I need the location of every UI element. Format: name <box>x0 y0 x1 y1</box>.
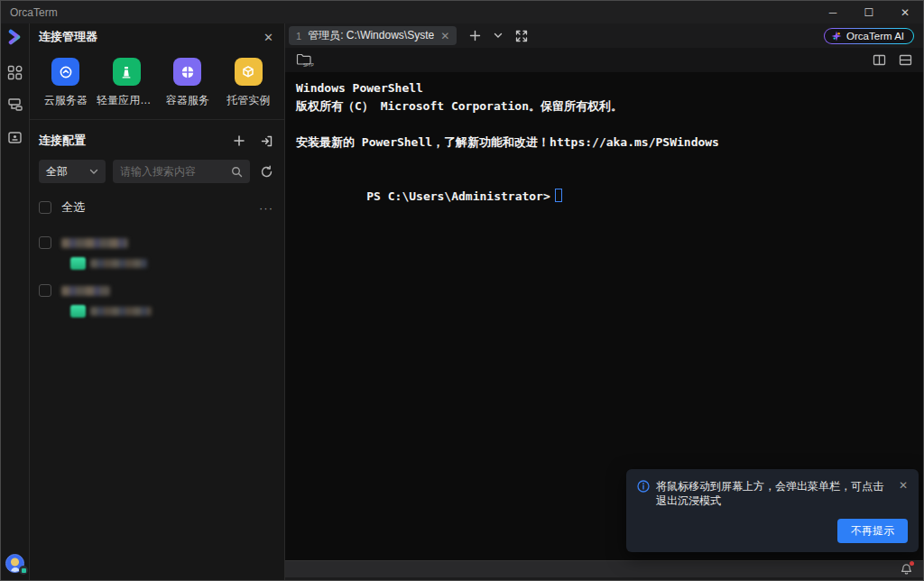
tab-index: 1 <box>296 31 301 42</box>
chevron-down-icon <box>89 169 98 175</box>
search-icon <box>231 166 243 178</box>
search-box <box>113 160 250 183</box>
dont-remind-button[interactable]: 不再提示 <box>837 519 908 543</box>
connection-address-redacted <box>90 307 152 316</box>
service-label: 云服务器 <box>44 93 88 108</box>
terminal-prompt: PS C:\Users\Administrator> <box>366 189 550 203</box>
ai-sparkle-icon <box>831 31 842 42</box>
service-label: 轻量应用服... <box>97 93 156 108</box>
terminal-toolbar: SFTP <box>285 48 923 72</box>
connection-item[interactable] <box>30 230 284 278</box>
container-service-icon <box>173 58 201 86</box>
panel-title: 连接管理器 <box>39 29 263 45</box>
import-icon[interactable] <box>260 134 273 148</box>
tab-title: 管理员: C:\Windows\System32\... <box>308 28 434 43</box>
connection-checkbox[interactable] <box>39 284 51 297</box>
toast-close-icon[interactable]: ✕ <box>899 479 908 492</box>
sftp-folder-icon[interactable]: SFTP <box>296 52 314 68</box>
left-rail <box>1 23 30 580</box>
device-icon[interactable] <box>6 128 24 146</box>
terminal-line <box>296 115 912 134</box>
info-icon <box>637 480 650 493</box>
ai-button-label: OrcaTerm AI <box>846 31 904 42</box>
service-container[interactable]: 容器服务 <box>157 58 218 108</box>
add-connection-icon[interactable] <box>233 134 245 147</box>
terminal-line: 安装最新的 PowerShell，了解新功能和改进！https://aka.ms… <box>296 134 912 152</box>
terminal-prompt-line: PS C:\Users\Administrator> <box>296 170 912 224</box>
service-cloud-server[interactable]: 云服务器 <box>35 58 97 108</box>
sessions-icon[interactable] <box>6 96 24 114</box>
new-tab-icon[interactable] <box>469 30 481 42</box>
dropdown-value: 全部 <box>46 164 89 180</box>
fullscreen-icon[interactable] <box>515 30 528 42</box>
avatar-badge-icon <box>19 566 28 575</box>
apps-grid-icon[interactable] <box>6 63 24 81</box>
tab-strip: 1 管理员: C:\Windows\System32\... ✕ <box>285 23 923 48</box>
select-all-checkbox[interactable] <box>39 201 51 214</box>
app-window: OrcaTerm ─ ☐ ✕ <box>0 0 924 581</box>
orcaterm-ai-button[interactable]: OrcaTerm AI <box>824 28 914 44</box>
notifications-bell-icon[interactable] <box>901 563 912 576</box>
connection-checkbox[interactable] <box>39 236 51 249</box>
status-bar <box>285 560 923 577</box>
app-title: OrcaTerm <box>1 6 815 19</box>
managed-instance-icon <box>235 58 263 86</box>
connection-manager-panel: 连接管理器 ✕ 云服务器 <box>30 23 285 580</box>
terminal-cursor <box>555 189 562 202</box>
connection-item[interactable] <box>30 278 284 326</box>
toast-message: 将鼠标移动到屏幕上方，会弹出菜单栏，可点击退出沉浸模式 <box>656 479 892 508</box>
service-lighthouse[interactable]: 轻量应用服... <box>97 58 158 108</box>
instance-status-badge <box>70 257 86 270</box>
minimize-button[interactable]: ─ <box>815 1 851 23</box>
tab-dropdown-chevron-icon[interactable] <box>494 32 503 39</box>
service-shortcuts: 云服务器 轻量应用服... <box>30 51 284 120</box>
connection-name-redacted <box>61 238 128 248</box>
service-label: 容器服务 <box>166 93 209 108</box>
terminal-line <box>296 152 912 170</box>
tab-close-icon[interactable]: ✕ <box>440 30 449 42</box>
maximize-button[interactable]: ☐ <box>851 1 887 23</box>
select-all-label: 全选 <box>61 199 259 216</box>
svg-text:SFTP: SFTP <box>303 63 314 68</box>
notification-dot <box>910 561 914 566</box>
instance-status-badge <box>70 305 86 318</box>
more-actions-icon[interactable]: ··· <box>259 201 273 215</box>
split-vertical-icon[interactable] <box>873 54 886 66</box>
window-controls: ─ ☐ ✕ <box>815 1 923 23</box>
terminal-tab[interactable]: 1 管理员: C:\Windows\System32\... ✕ <box>289 26 457 45</box>
terminal-line: 版权所有（C） Microsoft Corporation。保留所有权利。 <box>296 97 912 115</box>
connection-name-redacted <box>61 286 110 296</box>
refresh-icon[interactable] <box>257 162 275 180</box>
terminal-line: Windows PowerShell <box>296 79 912 97</box>
service-label: 托管实例 <box>226 93 270 108</box>
type-filter-dropdown[interactable]: 全部 <box>39 160 106 183</box>
panel-close-icon[interactable]: ✕ <box>263 31 273 44</box>
cloud-server-icon <box>51 58 79 86</box>
search-input[interactable] <box>120 165 231 178</box>
titlebar: OrcaTerm ─ ☐ ✕ <box>1 1 923 23</box>
split-horizontal-icon[interactable] <box>899 54 912 66</box>
service-managed-instance[interactable]: 托管实例 <box>218 58 280 108</box>
user-avatar[interactable] <box>5 554 24 573</box>
close-button[interactable]: ✕ <box>887 1 923 23</box>
connection-address-redacted <box>90 259 147 268</box>
connection-list <box>30 230 284 326</box>
config-section-title: 连接配置 <box>39 133 233 149</box>
lighthouse-icon <box>113 58 141 86</box>
immersive-mode-toast: 将鼠标移动到屏幕上方，会弹出菜单栏，可点击退出沉浸模式 ✕ 不再提示 <box>626 469 919 552</box>
orcaterm-logo-icon <box>7 29 23 45</box>
